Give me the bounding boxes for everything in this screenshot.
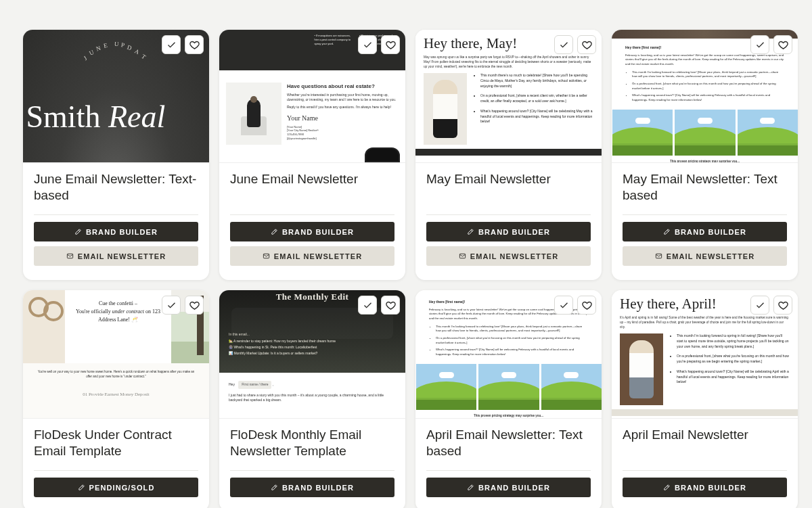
template-thumbnail[interactable]: The Monthly Edit In this email... 🏡 A re… <box>219 290 405 419</box>
favorite-button[interactable] <box>185 35 204 54</box>
favorite-button[interactable] <box>577 35 596 54</box>
favorite-button[interactable] <box>773 296 792 315</box>
landscape-tiles <box>612 110 798 156</box>
template-title: April Email Newsletter: Text based <box>426 427 591 461</box>
email-newsletter-button[interactable]: EMAIL NEWSLETTER <box>34 246 198 266</box>
favorite-button[interactable] <box>185 296 204 315</box>
thumb-bullets: This month there's so much to celebrate!… <box>474 73 593 145</box>
divider <box>34 214 198 215</box>
divider <box>426 214 591 215</box>
thumb-photo <box>620 333 663 405</box>
brand-builder-button[interactable]: BRAND BUILDER <box>230 222 394 241</box>
brand-builder-button[interactable]: BRAND BUILDER <box>34 222 198 241</box>
template-card[interactable]: The Monthly Edit In this email... 🏡 A re… <box>219 290 405 508</box>
divider <box>230 214 394 215</box>
select-button[interactable] <box>358 296 377 315</box>
divider <box>34 470 198 471</box>
template-title: June Email Newsletter <box>230 171 394 205</box>
brand-builder-button[interactable]: BRAND BUILDER <box>426 478 591 497</box>
thumb-hero-text: n Smith Real <box>23 99 165 135</box>
favorite-button[interactable] <box>381 296 400 315</box>
template-title: June Email Newsletter: Text-based <box>34 171 198 205</box>
template-title: April Email Newsletter <box>623 427 787 461</box>
template-thumbnail[interactable]: JUNE UPDAT n Smith Real <box>23 30 209 163</box>
template-thumbnail[interactable]: Hey there, April! It's April and spring … <box>612 290 798 419</box>
template-thumbnail[interactable]: If mosquitoes are nuisances, hire a pest… <box>219 30 405 163</box>
brand-builder-button[interactable]: BRAND BUILDER <box>623 478 787 497</box>
select-button[interactable] <box>554 35 573 54</box>
template-title: May Email Newsletter <box>426 171 591 205</box>
brand-builder-button[interactable]: BRAND BUILDER <box>623 222 787 241</box>
template-grid: JUNE UPDAT n Smith Real June Email Newsl… <box>0 0 812 508</box>
select-button[interactable] <box>358 35 377 54</box>
select-button[interactable] <box>162 296 181 315</box>
email-newsletter-button[interactable]: EMAIL NEWSLETTER <box>230 246 394 266</box>
phone-icon <box>365 147 400 162</box>
template-title: FloDesk Monthly Email Newsletter Templat… <box>230 427 394 461</box>
template-card[interactable]: Hey there, May! May was sprung upon us l… <box>415 30 602 280</box>
template-card[interactable]: If mosquitoes are nuisances, hire a pest… <box>219 30 405 280</box>
template-card[interactable]: Hey there [first name]! February is knoc… <box>612 30 798 280</box>
template-thumbnail[interactable]: Hey there, May! May was sprung upon us l… <box>415 30 602 163</box>
template-title: FloDesk Under Contract Email Template <box>34 427 198 461</box>
thumb-bullets: This month I'm looking forward to spring… <box>670 333 790 405</box>
divider <box>623 214 787 215</box>
pending-sold-button[interactable]: PENDING/SOLD <box>34 478 198 497</box>
template-title: May Email Newsletter: Text based <box>623 171 787 205</box>
merge-tag-chip: First name / there <box>238 381 271 389</box>
template-thumbnail[interactable]: Hey there [first name]! February is knoc… <box>612 30 798 163</box>
select-button[interactable] <box>750 35 769 54</box>
template-card[interactable]: Cue the confetti – You're officially und… <box>23 290 209 508</box>
favorite-button[interactable] <box>381 35 400 54</box>
divider <box>230 470 394 471</box>
favorite-button[interactable] <box>577 296 596 315</box>
select-button[interactable] <box>750 296 769 315</box>
template-card[interactable]: JUNE UPDAT n Smith Real June Email Newsl… <box>23 30 209 280</box>
template-thumbnail[interactable]: Cue the confetti – You're officially und… <box>23 290 209 419</box>
select-button[interactable] <box>554 296 573 315</box>
brand-builder-button[interactable]: BRAND BUILDER <box>426 222 591 241</box>
thumb-photo <box>226 83 281 145</box>
email-newsletter-button[interactable]: EMAIL NEWSLETTER <box>426 246 591 266</box>
landscape-tiles <box>415 364 602 410</box>
thumb-photo <box>424 73 467 145</box>
divider <box>426 470 591 471</box>
select-button[interactable] <box>162 35 181 54</box>
template-card[interactable]: Hey there, April! It's April and spring … <box>612 290 798 508</box>
favorite-button[interactable] <box>773 35 792 54</box>
template-thumbnail[interactable]: Hey there [first name]! February is knoc… <box>415 290 602 419</box>
thumb-heading: Have questions about real estate? <box>287 83 399 91</box>
template-card[interactable]: Hey there [first name]! February is knoc… <box>415 290 602 508</box>
thumb-hero-text: Cue the confetti – You're officially und… <box>65 290 171 363</box>
divider <box>623 470 787 471</box>
brand-builder-button[interactable]: BRAND BUILDER <box>230 478 394 497</box>
email-newsletter-button[interactable]: EMAIL NEWSLETTER <box>623 246 787 266</box>
thumb-decor <box>23 290 65 363</box>
